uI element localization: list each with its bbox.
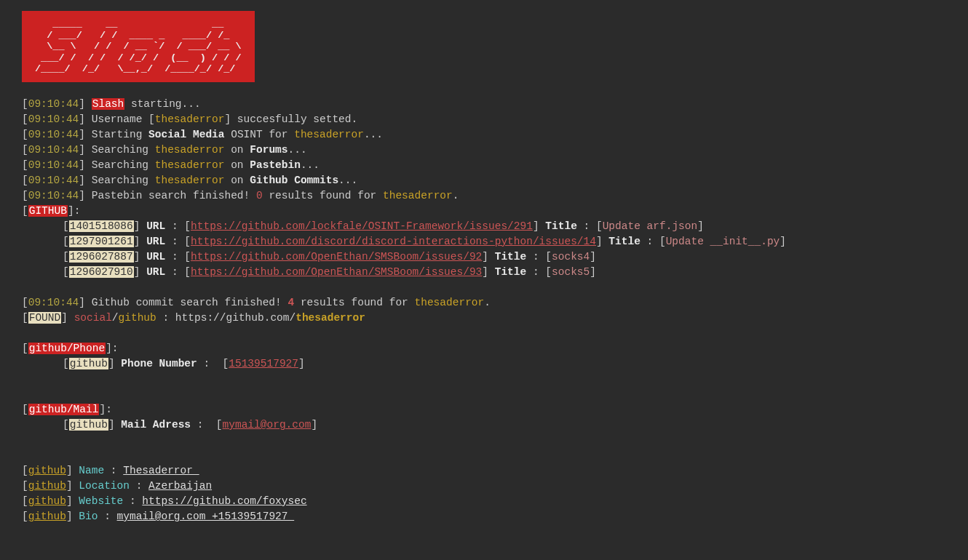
result-id: 1296027910 bbox=[69, 266, 134, 278]
target-forums: Forums bbox=[250, 144, 287, 156]
profile-location-line: [github] Location : Azerbaijan bbox=[22, 479, 946, 494]
profile-website-line: [github] Website : https://github.com/fo… bbox=[22, 494, 946, 509]
bracket-close: ] bbox=[79, 98, 85, 110]
log-line-pastebin: [09:10:44] Searching thesaderror on Past… bbox=[22, 158, 946, 173]
profile-name-line: [github] Name : Thesaderror bbox=[22, 463, 946, 479]
phone-label: Phone Number bbox=[121, 358, 197, 369]
result-count-four: 4 bbox=[287, 297, 294, 308]
timestamp: 09:10:44 bbox=[28, 190, 79, 201]
timestamp: 09:10:44 bbox=[28, 98, 79, 110]
bracket-close: ] bbox=[134, 266, 140, 278]
mail-src-tag: github bbox=[69, 419, 108, 431]
timestamp: 09:10:44 bbox=[28, 144, 79, 156]
result-url-link[interactable]: https://github.com/discord/discord-inter… bbox=[191, 236, 596, 247]
result-count-zero: 0 bbox=[256, 190, 263, 201]
bracket-close: ] bbox=[134, 220, 140, 232]
profile-bio-label: Bio bbox=[79, 511, 98, 522]
result-url-link[interactable]: https://github.com/OpenEthan/SMSBoom/iss… bbox=[191, 251, 482, 263]
ascii-logo: _____ __ __ / ___/ / / ____ _ ____/ /_ \… bbox=[22, 11, 255, 82]
profile-name-label: Name bbox=[79, 465, 104, 476]
profile-src-link[interactable]: github bbox=[28, 511, 66, 522]
mail-link[interactable]: mymail@org.com bbox=[223, 419, 312, 431]
timestamp: 09:10:44 bbox=[28, 113, 79, 125]
section-phone-header: [github/Phone]: bbox=[22, 341, 946, 356]
found-github: github bbox=[119, 312, 156, 324]
result-id: 1401518086 bbox=[69, 220, 134, 232]
bracket-open: [ bbox=[22, 98, 28, 110]
bracket-close: ] bbox=[134, 251, 140, 263]
mail-row: [github] Mail Adress : [mymail@org.com] bbox=[22, 417, 946, 433]
social-media-label: Social Media bbox=[148, 129, 224, 140]
github-results-list: [1401518086] URL : [https://github.com/l… bbox=[22, 219, 946, 280]
username-value: thesaderror bbox=[155, 175, 225, 186]
section-mail-header: [github/Mail]: bbox=[22, 402, 946, 417]
phone-row: [github] Phone Number : [15139517927] bbox=[22, 356, 946, 372]
result-title: Update __init__.py bbox=[666, 236, 780, 247]
mail-label: Mail Adress bbox=[121, 419, 191, 431]
title-label: Title bbox=[495, 266, 527, 278]
profile-loc-label: Location bbox=[79, 480, 130, 492]
profile-web-link[interactable]: https://github.com/foxysec bbox=[142, 495, 306, 507]
log-line-forums: [09:10:44] Searching thesaderror on Foru… bbox=[22, 143, 946, 158]
url-label: URL bbox=[146, 251, 165, 263]
found-social: social bbox=[74, 312, 112, 324]
profile-bio-line: [github] Bio : mymail@org.com +151395179… bbox=[22, 509, 946, 524]
section-mail-tag: github/Mail bbox=[28, 404, 100, 415]
log-line-starting: [09:10:44] Slash starting... bbox=[22, 97, 946, 112]
username-value: thesaderror bbox=[155, 159, 225, 171]
profile-bio-link[interactable]: mymail@org.com +15139517927 bbox=[117, 511, 295, 522]
timestamp: 09:10:44 bbox=[28, 175, 79, 186]
result-title: Update arf.json bbox=[603, 220, 698, 232]
url-label: URL bbox=[146, 236, 165, 247]
bracket-open: [ bbox=[63, 220, 69, 232]
result-id: 1297901261 bbox=[69, 236, 134, 247]
log-line-github-header: [GITHUB]: bbox=[22, 204, 946, 219]
starting-text: starting... bbox=[124, 98, 200, 110]
title-label: Title bbox=[545, 220, 577, 232]
phone-src-tag: github bbox=[69, 358, 108, 369]
log-line-pastebin-finished: [09:10:44] Pastebin search finished! 0 r… bbox=[22, 188, 946, 204]
profile-web-label: Website bbox=[79, 495, 123, 507]
bracket-open: [ bbox=[63, 251, 69, 263]
target-commits: Github Commits bbox=[250, 175, 338, 186]
bracket-close: ] bbox=[134, 236, 140, 247]
github-result-row: [1296027887] URL : [https://github.com/O… bbox=[22, 249, 946, 265]
result-id: 1296027887 bbox=[69, 251, 134, 263]
log-line-github-finished: [09:10:44] Github commit search finished… bbox=[22, 295, 946, 311]
log-line-commits: [09:10:44] Searching thesaderror on Gith… bbox=[22, 173, 946, 188]
result-title: socks4 bbox=[552, 251, 590, 263]
phone-link[interactable]: 15139517927 bbox=[229, 358, 298, 369]
result-url-link[interactable]: https://github.com/lockfale/OSINT-Framew… bbox=[191, 220, 533, 232]
section-phone-tag: github/Phone bbox=[28, 343, 106, 354]
profile-name-link[interactable]: Thesaderror bbox=[123, 465, 199, 476]
timestamp: 09:10:44 bbox=[28, 129, 79, 140]
profile-src-link[interactable]: github bbox=[28, 495, 66, 507]
url-label: URL bbox=[146, 266, 165, 278]
tool-name-tag: Slash bbox=[92, 98, 125, 110]
github-tag: GITHUB bbox=[28, 205, 68, 217]
found-user: thesaderror bbox=[295, 312, 365, 324]
result-url-link[interactable]: https://github.com/OpenEthan/SMSBoom/iss… bbox=[191, 266, 482, 278]
username-value: thesaderror bbox=[155, 144, 225, 156]
github-result-row: [1297901261] URL : [https://github.com/d… bbox=[22, 234, 946, 249]
bracket-open: [ bbox=[63, 266, 69, 278]
bracket-open: [ bbox=[63, 236, 69, 247]
log-line-found: [FOUND] social/github : https://github.c… bbox=[22, 311, 946, 326]
profile-loc-link[interactable]: Azerbaijan bbox=[148, 480, 212, 492]
timestamp: 09:10:44 bbox=[28, 297, 79, 308]
title-label: Title bbox=[495, 251, 527, 263]
timestamp: 09:10:44 bbox=[28, 159, 79, 171]
username-value: thesaderror bbox=[415, 297, 485, 308]
username-value: thesaderror bbox=[383, 190, 453, 201]
username-value: thesaderror bbox=[294, 129, 364, 140]
profile-src-link[interactable]: github bbox=[28, 465, 66, 476]
log-line-username: [09:10:44] Username [thesaderror] succes… bbox=[22, 112, 946, 127]
username-value: thesaderror bbox=[155, 113, 225, 125]
log-line-osint: [09:10:44] Starting Social Media OSINT f… bbox=[22, 127, 946, 143]
target-pastebin: Pastebin bbox=[250, 159, 301, 171]
url-label: URL bbox=[146, 220, 165, 232]
found-tag: FOUND bbox=[28, 312, 62, 324]
github-result-row: [1401518086] URL : [https://github.com/l… bbox=[22, 219, 946, 234]
profile-src-link[interactable]: github bbox=[28, 480, 66, 492]
title-label: Title bbox=[608, 236, 640, 247]
